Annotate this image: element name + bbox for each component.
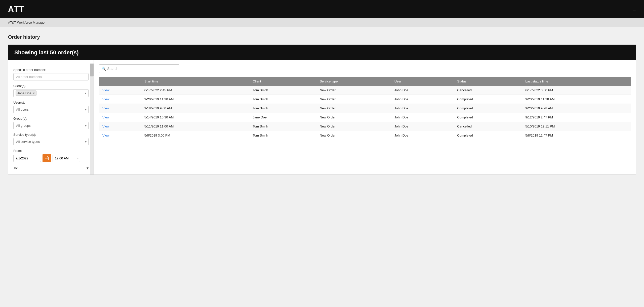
- col-header-start-time: Start time: [141, 77, 249, 86]
- start-time-cell: 9/20/2019 11:30 AM: [141, 95, 249, 104]
- start-time-cell: 5/14/2019 10:30 AM: [141, 113, 249, 122]
- last-status-time-cell: 6/17/2022 3:00 PM: [522, 86, 631, 95]
- service-type-cell: New Order: [316, 95, 391, 104]
- from-time-select[interactable]: 12:00 AM: [53, 155, 80, 162]
- clients-dropdown-arrow: ▾: [85, 92, 86, 95]
- filter-panel: Specific order number: Client(s): Jane D…: [8, 60, 94, 174]
- clients-selector[interactable]: Jane Doe × ▾: [13, 89, 89, 97]
- from-date-row: 12:00 AM ▾: [13, 154, 89, 162]
- client-cell: Tom Smith: [249, 122, 316, 131]
- col-header-last-status-time: Last status time: [522, 77, 631, 86]
- clients-label: Client(s):: [13, 84, 89, 88]
- app-logo: ATT: [8, 5, 25, 14]
- card-body: Specific order number: Client(s): Jane D…: [8, 60, 636, 174]
- service-type-cell: New Order: [316, 86, 391, 95]
- user-cell: John Doe: [391, 113, 454, 122]
- to-expand-button[interactable]: ▾: [87, 166, 89, 170]
- show-sidebar-button[interactable]: ◄ Show: [636, 101, 636, 119]
- view-link[interactable]: View: [102, 97, 109, 101]
- to-label: To:: [13, 166, 20, 170]
- view-link[interactable]: View: [102, 134, 109, 137]
- last-status-time-cell: 9/20/2019 9:28 AM: [522, 104, 631, 113]
- client-tag: Jane Doe ×: [16, 91, 36, 96]
- view-link[interactable]: View: [102, 115, 109, 119]
- client-cell: Tom Smith: [249, 104, 316, 113]
- search-bar: 🔍: [99, 64, 179, 73]
- users-label: User(s):: [13, 101, 89, 104]
- search-icon: 🔍: [101, 66, 106, 71]
- service-type-cell: New Order: [316, 113, 391, 122]
- service-type-cell: New Order: [316, 104, 391, 113]
- client-cell: Tom Smith: [249, 86, 316, 95]
- groups-label: Group(s):: [13, 117, 89, 120]
- order-number-label: Specific order number:: [13, 68, 89, 72]
- view-cell[interactable]: View: [99, 86, 141, 95]
- status-cell: Completed: [454, 104, 522, 113]
- calendar-button[interactable]: [43, 154, 51, 162]
- start-time-cell: 5/8/2019 3:00 PM: [141, 131, 249, 140]
- user-cell: John Doe: [391, 86, 454, 95]
- table-row: View 5/11/2019 11:00 AM Tom Smith New Or…: [99, 122, 631, 131]
- service-type-select[interactable]: All service types: [13, 138, 89, 145]
- view-link[interactable]: View: [102, 106, 109, 110]
- main-card: Showing last 50 order(s) Specific order …: [8, 45, 636, 175]
- hamburger-menu-icon[interactable]: ≡: [632, 6, 636, 13]
- table-row: View 6/17/2022 2:45 PM Tom Smith New Ord…: [99, 86, 631, 95]
- view-cell[interactable]: View: [99, 95, 141, 104]
- breadcrumb: AT&T Workforce Manager: [0, 18, 644, 27]
- page-content: Order history Showing last 50 order(s) S…: [0, 27, 644, 182]
- orders-table: Start time Client Service type User Stat…: [99, 77, 631, 140]
- col-header-status: Status: [454, 77, 522, 86]
- top-navigation: ATT ≡: [0, 0, 644, 18]
- view-link[interactable]: View: [102, 88, 109, 92]
- view-cell[interactable]: View: [99, 113, 141, 122]
- client-cell: Tom Smith: [249, 95, 316, 104]
- filter-scrollbar[interactable]: [90, 63, 94, 175]
- results-panel: 🔍 Start time Client Service type User St…: [94, 60, 636, 174]
- table-header: Start time Client Service type User Stat…: [99, 77, 631, 86]
- users-select[interactable]: All users: [13, 106, 89, 113]
- last-status-time-cell: 9/12/2019 2:47 PM: [522, 113, 631, 122]
- svg-rect-6: [48, 158, 48, 159]
- from-label: From:: [13, 149, 89, 153]
- start-time-cell: 5/11/2019 11:00 AM: [141, 122, 249, 131]
- view-cell[interactable]: View: [99, 104, 141, 113]
- view-link[interactable]: View: [102, 124, 109, 128]
- service-type-label: Service type(s):: [13, 133, 89, 137]
- table-row: View 5/14/2019 10:30 AM Jane Doe New Ord…: [99, 113, 631, 122]
- from-date-input[interactable]: [13, 155, 41, 162]
- to-row: To: ▾: [13, 166, 89, 170]
- svg-rect-5: [47, 158, 47, 159]
- col-header-service-type: Service type: [316, 77, 391, 86]
- last-status-time-cell: 5/10/2019 12:11 PM: [522, 122, 631, 131]
- col-header-user: User: [391, 77, 454, 86]
- last-status-time-cell: 5/8/2019 12:47 PM: [522, 131, 631, 140]
- user-cell: John Doe: [391, 122, 454, 131]
- from-time-wrapper: 12:00 AM ▾: [53, 155, 80, 162]
- client-cell: Tom Smith: [249, 131, 316, 140]
- view-cell[interactable]: View: [99, 131, 141, 140]
- status-cell: Cancelled: [454, 122, 522, 131]
- user-cell: John Doe: [391, 95, 454, 104]
- start-time-cell: 9/18/2019 9:00 AM: [141, 104, 249, 113]
- service-type-select-wrapper: All service types ▾: [13, 138, 89, 145]
- client-cell: Jane Doe: [249, 113, 316, 122]
- service-type-cell: New Order: [316, 122, 391, 131]
- order-number-input[interactable]: [13, 73, 89, 80]
- svg-rect-4: [46, 158, 46, 159]
- search-input[interactable]: [99, 64, 179, 73]
- col-header-view: [99, 77, 141, 86]
- col-header-client: Client: [249, 77, 316, 86]
- remove-client-tag-button[interactable]: ×: [33, 92, 35, 95]
- calendar-icon: [45, 156, 49, 160]
- groups-select-wrapper: All groups ▾: [13, 122, 89, 129]
- status-cell: Cancelled: [454, 86, 522, 95]
- user-cell: John Doe: [391, 104, 454, 113]
- user-cell: John Doe: [391, 131, 454, 140]
- status-cell: Completed: [454, 113, 522, 122]
- view-cell[interactable]: View: [99, 122, 141, 131]
- service-type-cell: New Order: [316, 131, 391, 140]
- filter-scroll-thumb[interactable]: [90, 64, 94, 76]
- page-title: Order history: [8, 34, 636, 40]
- groups-select[interactable]: All groups: [13, 122, 89, 129]
